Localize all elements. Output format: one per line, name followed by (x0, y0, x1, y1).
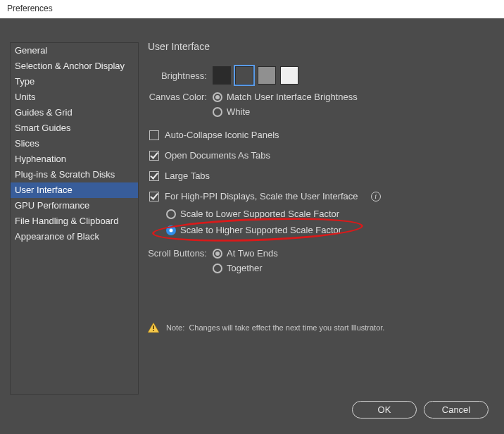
warning-icon (148, 323, 159, 333)
info-icon[interactable]: i (371, 192, 381, 202)
scroll-two-ends-radio[interactable]: At Two Ends (213, 248, 278, 259)
brightness-label: Brightness: (148, 70, 207, 81)
brightness-swatch-medium-dark[interactable] (235, 66, 253, 85)
checkbox-high-ppi-scale[interactable]: For High-PPI Displays, Scale the User In… (149, 191, 496, 202)
scroll-buttons-label: Scroll Buttons: (148, 248, 207, 259)
settings-panel: User Interface Brightness: Canvas Color:… (148, 41, 496, 333)
sidebar-item-units[interactable]: Units (11, 89, 138, 105)
sidebar-item-user-interface[interactable]: User Interface (11, 182, 138, 198)
checkbox-large-tabs[interactable]: Large Tabs (149, 170, 496, 181)
brightness-swatches (213, 66, 298, 85)
sidebar-item-selection-anchor[interactable]: Selection & Anchor Display (11, 58, 138, 74)
sidebar-item-plugins-scratch[interactable]: Plug-ins & Scratch Disks (11, 167, 138, 182)
cancel-button[interactable]: Cancel (424, 401, 489, 418)
checkbox-auto-collapse[interactable]: Auto-Collapse Iconic Panels (149, 130, 496, 140)
brightness-row: Brightness: (148, 66, 496, 85)
scale-higher-radio[interactable]: Scale to Higher Supported Scale Factor (166, 225, 496, 235)
window-title: Preferences (7, 4, 53, 13)
sidebar-item-appearance-black[interactable]: Appearance of Black (11, 229, 138, 244)
checkbox-icon (149, 171, 159, 181)
sidebar-item-general[interactable]: General (11, 43, 138, 58)
canvas-color-label: Canvas Color: (148, 92, 207, 102)
scale-lower-radio[interactable]: Scale to Lower Supported Scale Factor (166, 209, 496, 219)
radio-icon (166, 209, 176, 219)
radio-icon (213, 92, 222, 102)
svg-rect-1 (153, 330, 154, 331)
note-text: Note: Changes will take effect the next … (166, 323, 384, 332)
sidebar-item-type[interactable]: Type (11, 74, 138, 89)
sidebar-item-gpu-performance[interactable]: GPU Performance (11, 198, 138, 213)
sidebar-item-hyphenation[interactable]: Hyphenation (11, 151, 138, 167)
canvas-color-row: Canvas Color: Match User Interface Brigh… (148, 92, 496, 117)
note-row: Note: Changes will take effect the next … (148, 323, 496, 333)
radio-icon (166, 225, 176, 235)
checkbox-icon (149, 151, 159, 161)
sidebar-item-file-handling[interactable]: File Handling & Clipboard (11, 213, 138, 229)
scroll-together-radio[interactable]: Together (213, 263, 278, 273)
sidebar-item-smart-guides[interactable]: Smart Guides (11, 120, 138, 136)
brightness-swatch-dark[interactable] (213, 66, 231, 85)
category-sidebar: General Selection & Anchor Display Type … (10, 42, 139, 395)
dialog-buttons: OK Cancel (352, 401, 489, 418)
preferences-dialog: General Selection & Anchor Display Type … (0, 18, 504, 434)
checkbox-icon (149, 192, 159, 202)
window-titlebar: Preferences (0, 0, 504, 18)
panel-title: User Interface (148, 41, 496, 52)
brightness-swatch-medium-light[interactable] (258, 66, 276, 85)
canvas-color-match[interactable]: Match User Interface Brightness (213, 92, 358, 102)
radio-icon (213, 107, 222, 117)
checkbox-icon (149, 130, 159, 140)
scroll-buttons-row: Scroll Buttons: At Two Ends Together (148, 248, 496, 273)
checkbox-open-as-tabs[interactable]: Open Documents As Tabs (149, 150, 496, 161)
sidebar-item-guides-grid[interactable]: Guides & Grid (11, 105, 138, 120)
radio-icon (213, 249, 222, 259)
canvas-color-white[interactable]: White (213, 106, 358, 117)
sidebar-item-slices[interactable]: Slices (11, 136, 138, 151)
brightness-swatch-light[interactable] (280, 66, 298, 85)
svg-rect-0 (153, 326, 154, 329)
ok-button[interactable]: OK (352, 401, 417, 418)
radio-icon (213, 264, 222, 273)
